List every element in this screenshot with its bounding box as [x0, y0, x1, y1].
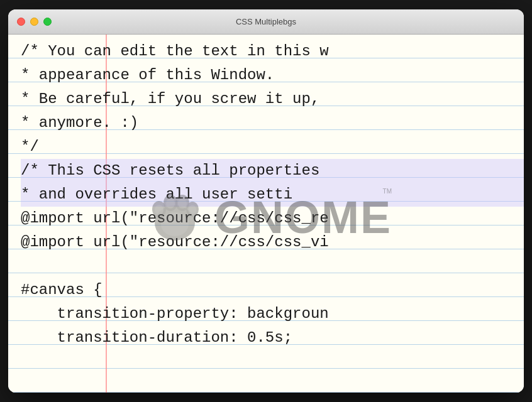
maximize-button[interactable]: [43, 18, 52, 26]
editor-area[interactable]: /* You can edit the text in this w * app…: [8, 35, 524, 393]
code-line-highlighted: * and overrides all user setti: [21, 183, 524, 207]
app-window: CSS Multiplebgs /* You can edit the text…: [8, 9, 524, 393]
code-line: #canvas {: [21, 278, 524, 302]
code-content[interactable]: /* You can edit the text in this w * app…: [8, 35, 524, 355]
code-line: @import url("resource://css/css_vi: [21, 231, 524, 254]
minimize-button[interactable]: [30, 18, 38, 26]
code-line: transition-duration: 0.5s;: [21, 326, 524, 350]
code-line: * anymore. :): [21, 111, 524, 135]
code-line: @import url("resource://css/css_re: [21, 207, 524, 231]
traffic-lights: [17, 18, 52, 26]
code-line: * appearance of this Window.: [21, 63, 524, 87]
code-line: */: [21, 135, 524, 159]
code-line: transition-property: backgroun: [21, 302, 524, 326]
code-line: * Be careful, if you screw it up,: [21, 87, 524, 111]
titlebar: CSS Multiplebgs: [8, 9, 524, 35]
code-line: [21, 254, 524, 278]
close-button[interactable]: [17, 18, 25, 26]
code-line: /* You can edit the text in this w: [21, 40, 524, 63]
code-line-highlighted: /* This CSS resets all properties: [21, 159, 524, 183]
window-title: CSS Multiplebgs: [236, 17, 296, 26]
